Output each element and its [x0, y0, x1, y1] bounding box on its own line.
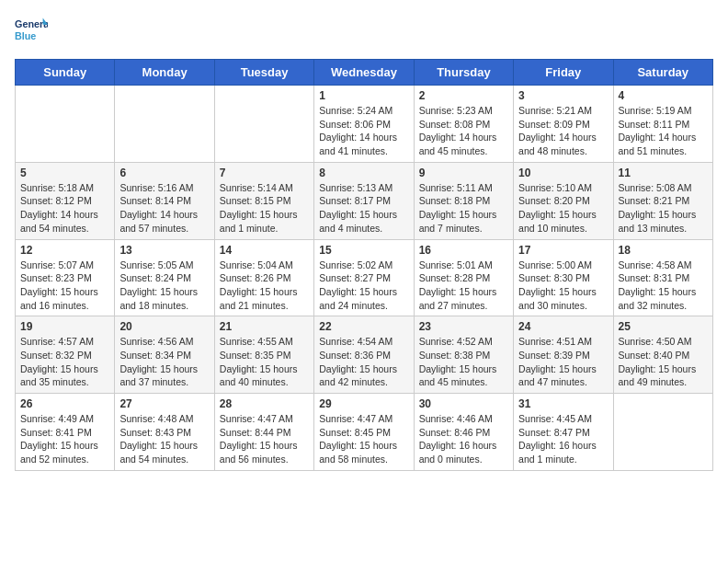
- cell-info: Sunrise: 4:57 AMSunset: 8:32 PMDaylight:…: [20, 335, 109, 389]
- calendar-cell: [214, 86, 313, 163]
- calendar-cell: 7Sunrise: 5:14 AMSunset: 8:15 PMDaylight…: [214, 162, 313, 239]
- calendar-cell: 13Sunrise: 5:05 AMSunset: 8:24 PMDayligh…: [115, 239, 214, 316]
- week-row-2: 5Sunrise: 5:18 AMSunset: 8:12 PMDaylight…: [16, 162, 713, 239]
- calendar-cell: 19Sunrise: 4:57 AMSunset: 8:32 PMDayligh…: [16, 316, 115, 394]
- calendar-cell: 16Sunrise: 5:01 AMSunset: 8:28 PMDayligh…: [414, 239, 513, 316]
- cell-info: Sunrise: 4:52 AMSunset: 8:38 PMDaylight:…: [419, 335, 508, 389]
- cell-info: Sunrise: 4:58 AMSunset: 8:31 PMDaylight:…: [619, 259, 708, 313]
- calendar-cell: 1Sunrise: 5:24 AMSunset: 8:06 PMDaylight…: [314, 86, 414, 163]
- calendar-cell: 6Sunrise: 5:16 AMSunset: 8:14 PMDaylight…: [115, 162, 214, 239]
- day-number: 1: [319, 89, 408, 102]
- calendar-cell: 5Sunrise: 5:18 AMSunset: 8:12 PMDaylight…: [16, 162, 115, 239]
- day-number: 9: [419, 167, 508, 179]
- calendar-cell: 24Sunrise: 4:51 AMSunset: 8:39 PMDayligh…: [514, 316, 613, 394]
- calendar-cell: 12Sunrise: 5:07 AMSunset: 8:23 PMDayligh…: [16, 239, 115, 316]
- day-number: 20: [119, 320, 209, 333]
- day-number: 25: [619, 320, 708, 333]
- cell-info: Sunrise: 4:47 AMSunset: 8:44 PMDaylight:…: [220, 412, 309, 466]
- cell-info: Sunrise: 5:08 AMSunset: 8:21 PMDaylight:…: [619, 181, 708, 236]
- cell-info: Sunrise: 5:23 AMSunset: 8:08 PMDaylight:…: [419, 104, 508, 158]
- day-number: 8: [319, 167, 408, 179]
- day-number: 31: [518, 397, 608, 410]
- col-header-friday: Friday: [514, 60, 613, 86]
- week-row-5: 26Sunrise: 4:49 AMSunset: 8:41 PMDayligh…: [16, 394, 713, 471]
- calendar-cell: 10Sunrise: 5:10 AMSunset: 8:20 PMDayligh…: [514, 162, 613, 239]
- day-number: 21: [220, 320, 309, 333]
- day-number: 7: [220, 167, 309, 179]
- calendar-cell: 28Sunrise: 4:47 AMSunset: 8:44 PMDayligh…: [214, 394, 313, 471]
- day-number: 29: [319, 397, 408, 410]
- day-number: 2: [419, 89, 508, 102]
- calendar-cell: 8Sunrise: 5:13 AMSunset: 8:17 PMDaylight…: [314, 162, 414, 239]
- cell-info: Sunrise: 5:16 AMSunset: 8:14 PMDaylight:…: [119, 181, 209, 236]
- day-number: 10: [518, 167, 608, 179]
- calendar-cell: [16, 86, 115, 163]
- day-number: 11: [619, 167, 708, 179]
- calendar-table: SundayMondayTuesdayWednesdayThursdayFrid…: [15, 59, 713, 471]
- calendar-cell: 3Sunrise: 5:21 AMSunset: 8:09 PMDaylight…: [514, 86, 613, 163]
- col-header-saturday: Saturday: [613, 60, 712, 86]
- cell-info: Sunrise: 5:14 AMSunset: 8:15 PMDaylight:…: [220, 181, 309, 236]
- day-number: 19: [20, 320, 109, 333]
- calendar-cell: 2Sunrise: 5:23 AMSunset: 8:08 PMDaylight…: [414, 86, 513, 163]
- cell-info: Sunrise: 5:21 AMSunset: 8:09 PMDaylight:…: [518, 104, 608, 158]
- cell-info: Sunrise: 4:55 AMSunset: 8:35 PMDaylight:…: [220, 335, 309, 389]
- day-number: 5: [20, 167, 109, 179]
- calendar-cell: [115, 86, 214, 163]
- day-number: 27: [119, 397, 209, 410]
- calendar-cell: [613, 394, 712, 471]
- day-number: 30: [419, 397, 508, 410]
- logo-icon: General Blue: [15, 15, 48, 48]
- cell-info: Sunrise: 5:18 AMSunset: 8:12 PMDaylight:…: [20, 181, 109, 236]
- day-number: 18: [619, 244, 708, 257]
- col-header-sunday: Sunday: [16, 60, 115, 86]
- day-number: 22: [319, 320, 408, 333]
- cell-info: Sunrise: 4:49 AMSunset: 8:41 PMDaylight:…: [20, 412, 109, 466]
- calendar-cell: 27Sunrise: 4:48 AMSunset: 8:43 PMDayligh…: [115, 394, 214, 471]
- cell-info: Sunrise: 4:56 AMSunset: 8:34 PMDaylight:…: [119, 335, 209, 389]
- day-number: 14: [220, 244, 309, 257]
- calendar-cell: 30Sunrise: 4:46 AMSunset: 8:46 PMDayligh…: [414, 394, 513, 471]
- week-row-1: 1Sunrise: 5:24 AMSunset: 8:06 PMDaylight…: [16, 86, 713, 163]
- calendar-cell: 18Sunrise: 4:58 AMSunset: 8:31 PMDayligh…: [613, 239, 712, 316]
- day-number: 23: [419, 320, 508, 333]
- cell-info: Sunrise: 5:00 AMSunset: 8:30 PMDaylight:…: [518, 259, 608, 313]
- day-number: 28: [220, 397, 309, 410]
- logo: General Blue: [15, 15, 48, 48]
- cell-info: Sunrise: 4:51 AMSunset: 8:39 PMDaylight:…: [518, 335, 608, 389]
- day-number: 15: [319, 244, 408, 257]
- cell-info: Sunrise: 5:07 AMSunset: 8:23 PMDaylight:…: [20, 259, 109, 313]
- cell-info: Sunrise: 4:46 AMSunset: 8:46 PMDaylight:…: [419, 412, 508, 466]
- cell-info: Sunrise: 5:11 AMSunset: 8:18 PMDaylight:…: [419, 181, 508, 236]
- col-header-tuesday: Tuesday: [214, 60, 313, 86]
- calendar-cell: 17Sunrise: 5:00 AMSunset: 8:30 PMDayligh…: [514, 239, 613, 316]
- calendar-cell: 9Sunrise: 5:11 AMSunset: 8:18 PMDaylight…: [414, 162, 513, 239]
- calendar-cell: 22Sunrise: 4:54 AMSunset: 8:36 PMDayligh…: [314, 316, 414, 394]
- calendar-cell: 26Sunrise: 4:49 AMSunset: 8:41 PMDayligh…: [16, 394, 115, 471]
- cell-info: Sunrise: 4:45 AMSunset: 8:47 PMDaylight:…: [518, 412, 608, 466]
- calendar-cell: 25Sunrise: 4:50 AMSunset: 8:40 PMDayligh…: [613, 316, 712, 394]
- page-header: General Blue: [15, 15, 713, 48]
- calendar-cell: 15Sunrise: 5:02 AMSunset: 8:27 PMDayligh…: [314, 239, 414, 316]
- week-row-3: 12Sunrise: 5:07 AMSunset: 8:23 PMDayligh…: [16, 239, 713, 316]
- cell-info: Sunrise: 5:02 AMSunset: 8:27 PMDaylight:…: [319, 259, 408, 313]
- day-number: 24: [518, 320, 608, 333]
- cell-info: Sunrise: 5:24 AMSunset: 8:06 PMDaylight:…: [319, 104, 408, 158]
- cell-info: Sunrise: 4:48 AMSunset: 8:43 PMDaylight:…: [119, 412, 209, 466]
- cell-info: Sunrise: 4:54 AMSunset: 8:36 PMDaylight:…: [319, 335, 408, 389]
- calendar-cell: 11Sunrise: 5:08 AMSunset: 8:21 PMDayligh…: [613, 162, 712, 239]
- day-number: 3: [518, 89, 608, 102]
- day-number: 12: [20, 244, 109, 257]
- cell-info: Sunrise: 5:01 AMSunset: 8:28 PMDaylight:…: [419, 259, 508, 313]
- day-number: 6: [119, 167, 209, 179]
- calendar-cell: 31Sunrise: 4:45 AMSunset: 8:47 PMDayligh…: [514, 394, 613, 471]
- calendar-cell: 4Sunrise: 5:19 AMSunset: 8:11 PMDaylight…: [613, 86, 712, 163]
- cell-info: Sunrise: 5:05 AMSunset: 8:24 PMDaylight:…: [119, 259, 209, 313]
- col-header-thursday: Thursday: [414, 60, 513, 86]
- cell-info: Sunrise: 4:50 AMSunset: 8:40 PMDaylight:…: [619, 335, 708, 389]
- col-header-monday: Monday: [115, 60, 214, 86]
- cell-info: Sunrise: 5:19 AMSunset: 8:11 PMDaylight:…: [619, 104, 708, 158]
- col-header-wednesday: Wednesday: [314, 60, 414, 86]
- day-number: 13: [119, 244, 209, 257]
- cell-info: Sunrise: 5:10 AMSunset: 8:20 PMDaylight:…: [518, 181, 608, 236]
